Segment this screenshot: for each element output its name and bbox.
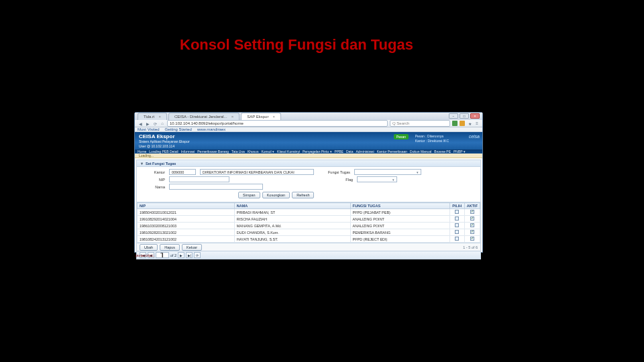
data-table: NIP NAMA FUNGSI TUGAS PILIH AKTIF 198504…: [137, 202, 480, 243]
col-nama[interactable]: NAMA: [234, 203, 350, 209]
reload-icon[interactable]: ⟳: [152, 121, 158, 126]
bookmarks-bar: Most Visited Getting Started www.mandira…: [135, 127, 482, 132]
col-aktif[interactable]: AKTIF: [464, 203, 480, 209]
table-row[interactable]: 198109282013021002DUDI CHANDRA, S.Kom.PE…: [138, 229, 480, 236]
col-nip[interactable]: NIP: [138, 203, 235, 209]
cell-aktif[interactable]: [464, 216, 480, 223]
back-icon[interactable]: ◀: [138, 121, 143, 126]
panel-title[interactable]: ▾ Set Fungsi Tugas: [137, 160, 480, 167]
cell-nama: MANANG GEMPITA, A.Md.: [234, 223, 350, 229]
page-input[interactable]: [156, 252, 169, 258]
close-icon[interactable]: ×: [231, 115, 234, 119]
cell-fungsi: PEMERIKSA BARANG: [350, 229, 449, 236]
page-of: of 2: [170, 253, 176, 257]
cell-nip: 198504302010012021: [138, 209, 235, 216]
label-nama: Nama: [142, 185, 165, 189]
cell-pilih[interactable]: [449, 229, 464, 236]
page-next-icon[interactable]: ▶: [178, 252, 184, 258]
pager: |◀ ◀ of 2 ▶ ▶| ⟳: [137, 251, 480, 259]
col-fungsi[interactable]: FUNGSI TUGAS: [350, 203, 449, 209]
browser-window: Tida.ri × CEISA - Direktorat Jenderal...…: [134, 112, 483, 253]
close-window-button[interactable]: ×: [470, 113, 480, 119]
label-nip: NIP: [142, 178, 165, 182]
slide-title: Konsol Setting Fungsi dan Tugas: [180, 36, 413, 54]
tab-2[interactable]: CEISA - Direktorat Jenderal... ×: [168, 113, 239, 120]
keluar-button[interactable]: Keluar: [182, 244, 202, 251]
cell-nama: PRIBADI RAHMAN, ST: [234, 209, 350, 216]
bookmark-item[interactable]: Most Visited: [138, 127, 160, 131]
hapus-button[interactable]: Hapus: [160, 244, 180, 251]
ubah-button[interactable]: Ubah: [140, 244, 158, 251]
cell-nip: 198108242013121002: [138, 236, 235, 243]
search-input[interactable]: Q Search: [390, 120, 450, 127]
nama-input[interactable]: [169, 184, 263, 190]
app-user: User @ 10.102.103.114: [139, 144, 478, 148]
cell-pilih[interactable]: [449, 236, 464, 243]
cell-fungsi: ANALIZING POINT: [350, 216, 449, 223]
kantor-name-input[interactable]: DIREKTORAT INFORMASI KEPABEANAN DAN CUKA…: [200, 169, 314, 175]
tab-strip: Tida.ri × CEISA - Direktorat Jenderal...…: [135, 113, 482, 120]
cell-aktif[interactable]: [464, 209, 480, 216]
window-controls: − □ ×: [449, 113, 480, 119]
tab-2-label: CEISA - Direktorat Jenderal...: [174, 115, 227, 119]
loading-strip: Loading...: [135, 154, 482, 158]
page-refresh-icon[interactable]: ⟳: [194, 252, 201, 258]
menu-icon[interactable]: ≡: [474, 121, 480, 126]
message-badge[interactable]: Pesan: [394, 134, 409, 139]
cell-nip: 198109282013021002: [138, 229, 235, 236]
cell-nama: RISCHA FAUZIAH: [234, 216, 350, 223]
app-meta: Pesan : DiterusnyaKantor : Direktorat IK…: [415, 134, 449, 143]
record-range: 1 - 5 of 6: [463, 245, 478, 249]
cell-aktif[interactable]: [464, 229, 480, 236]
cell-nip: 198610302008121003: [138, 223, 235, 229]
kosongkan-button[interactable]: Kosongkan: [262, 192, 290, 198]
tab-1[interactable]: Tida.ri ×: [138, 113, 167, 120]
close-icon[interactable]: ×: [158, 115, 161, 119]
cell-fungsi: PFPD (REJECT EDI): [350, 236, 449, 243]
bookmark-item[interactable]: www.mandiraex: [197, 127, 225, 131]
forward-icon[interactable]: ▶: [145, 121, 150, 126]
cell-pilih[interactable]: [449, 216, 464, 223]
app-header: CEISA Ekspor Sistem Aplikasi Pelayanan E…: [135, 132, 482, 149]
cell-nip: 199108292014021004: [138, 216, 235, 223]
addon-icon[interactable]: [460, 121, 465, 126]
cell-fungsi: ANALIZING POINT: [350, 223, 449, 229]
tab-3-label: SAP Ekspor: [247, 115, 268, 119]
col-pilih[interactable]: PILIH: [449, 203, 464, 209]
cell-pilih[interactable]: [449, 223, 464, 229]
table-row[interactable]: 198610302008121003MANANG GEMPITA, A.Md.A…: [138, 223, 480, 229]
label-kantor: Kantor: [142, 170, 165, 174]
cell-aktif[interactable]: [464, 236, 480, 243]
tab-1-label: Tida.ri: [144, 115, 154, 119]
cell-fungsi: PFPD (PEJABAT PEB): [350, 209, 449, 216]
table-row[interactable]: 198504302010012021PRIBADI RAHMAN, STPFPD…: [138, 209, 480, 216]
cell-pilih[interactable]: [449, 209, 464, 216]
page-last-icon[interactable]: ▶|: [186, 252, 193, 258]
fungsi-select[interactable]: [354, 169, 421, 175]
bookmark-icon[interactable]: ★: [467, 121, 472, 126]
cell-nama: DUDI CHANDRA, S.Kom.: [234, 229, 350, 236]
app-logo: ceisa: [469, 134, 480, 139]
maximize-button[interactable]: □: [460, 113, 469, 119]
minimize-button[interactable]: −: [449, 113, 458, 119]
table-row[interactable]: 199108292014021004RISCHA FAUZIAHANALIZIN…: [138, 216, 480, 223]
home-icon[interactable]: ⌂: [160, 121, 165, 126]
simpan-button[interactable]: Simpan: [238, 192, 260, 198]
label-fungsi: Fungsi Tugas: [318, 170, 350, 174]
bookmark-item[interactable]: Getting Started: [165, 127, 192, 131]
cell-aktif[interactable]: [464, 223, 480, 229]
tab-3[interactable]: SAP Ekspor ×: [241, 113, 281, 120]
download-icon[interactable]: [452, 121, 458, 126]
refresh-button[interactable]: Refresh: [292, 192, 314, 198]
nip-input[interactable]: [169, 176, 229, 182]
form-area: Kantor 009000 DIREKTORAT INFORMASI KEPAB…: [137, 167, 480, 202]
url-input[interactable]: 10.102.104.140:8092/ekspor/portal/home: [167, 120, 388, 127]
main-panel: ▾ Set Fungsi Tugas Kantor 009000 DIREKTO…: [136, 160, 481, 259]
kantor-code-input[interactable]: 009000: [169, 169, 196, 175]
table-row[interactable]: 198108242013121002HAYATI TANJUNG, S.ST.P…: [138, 236, 480, 243]
status-bar-text: javascript:;: [136, 253, 155, 257]
address-bar: ◀ ▶ ⟳ ⌂ 10.102.104.140:8092/ekspor/porta…: [135, 120, 482, 127]
close-icon[interactable]: ×: [272, 115, 275, 119]
collapse-icon[interactable]: ▾: [141, 162, 143, 166]
flag-select[interactable]: [357, 176, 397, 182]
